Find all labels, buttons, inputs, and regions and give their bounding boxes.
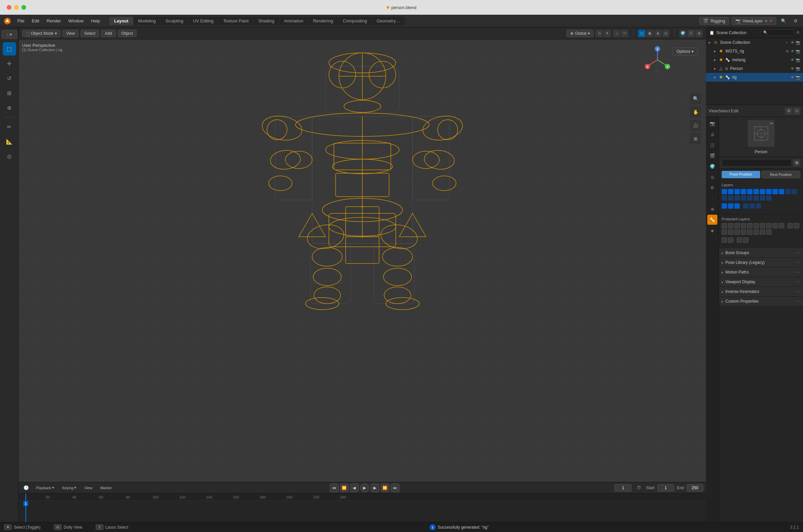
custom-properties-header[interactable]: ▸ Custom Properties ⋯ — [719, 297, 803, 306]
pose-position-btn[interactable]: Pose Position — [722, 171, 760, 178]
object-mode-dropdown[interactable]: ⬚ Object Mode ▾ — [22, 30, 60, 37]
props-data-icon[interactable]: 🦴 — [707, 215, 717, 225]
outliner-filter[interactable]: ⚙ — [796, 31, 800, 35]
props-output-icon[interactable]: 🖨 — [707, 129, 717, 139]
workspace-tab-uv-editing[interactable]: UV Editing — [188, 17, 218, 25]
menu-edit[interactable]: Edit — [29, 17, 42, 25]
player-10[interactable] — [779, 223, 784, 228]
tree-item-scene-collection[interactable]: ▸ ⊙ Scene Collection + 👁 📷 — [706, 38, 803, 47]
camera-btn[interactable]: 🎥 — [690, 120, 701, 131]
props-edit-btn[interactable]: Edit — [730, 106, 740, 116]
blender-logo[interactable] — [3, 16, 12, 26]
layer-2[interactable] — [728, 189, 733, 194]
player-19[interactable] — [760, 229, 765, 235]
rest-position-btn[interactable]: Rest Position — [762, 171, 801, 178]
layer-4[interactable] — [741, 189, 746, 194]
snap-type-btn[interactable]: ▾ — [603, 30, 611, 37]
next-keyframe-btn[interactable]: ⏩ — [381, 483, 390, 492]
layout-1-btn[interactable]: ⊞ — [785, 107, 792, 115]
player-24[interactable] — [743, 238, 748, 243]
search-button[interactable]: 🔍 — [779, 16, 788, 26]
player-16[interactable] — [741, 229, 746, 235]
view-lock-btn[interactable]: 🔍 — [690, 93, 701, 104]
play-btn[interactable]: ▶ — [360, 483, 369, 493]
tool-measure[interactable]: 📐 — [3, 135, 16, 148]
outliner-search[interactable]: 🔍 — [761, 30, 794, 36]
layer-20[interactable] — [766, 195, 771, 201]
player-12[interactable] — [794, 223, 799, 228]
props-view-layer-icon[interactable]: ◫ — [707, 140, 717, 150]
props-physics-icon[interactable]: ⊕ — [707, 204, 717, 214]
layer-15[interactable] — [734, 195, 740, 201]
keyframe-btn[interactable]: ⏱ — [634, 483, 643, 493]
marker-btn[interactable]: Marker — [98, 485, 114, 491]
layer-16[interactable] — [741, 195, 746, 201]
tool-scale[interactable]: ⊞ — [3, 86, 16, 100]
props-render-icon[interactable]: 📷 — [707, 118, 717, 128]
jump-to-start-btn[interactable]: ⏮ — [330, 483, 339, 492]
object-menu-btn[interactable]: Object — [118, 30, 137, 37]
motion-paths-header[interactable]: ▸ Motion Paths ⋯ — [719, 267, 803, 277]
end-frame-input[interactable]: 250 — [687, 484, 703, 492]
bone-groups-header[interactable]: ▸ Bone Groups ⋯ — [719, 248, 803, 258]
snap-magnet-btn[interactable]: ⊙ — [596, 30, 603, 37]
select-menu-btn[interactable]: Select — [81, 30, 99, 37]
layer-6[interactable] — [753, 189, 759, 194]
step-back-btn[interactable]: ◀ — [350, 483, 359, 492]
scene-selector[interactable]: 🎬 Rigging — [699, 17, 729, 25]
player-11[interactable] — [788, 223, 793, 228]
player-20[interactable] — [766, 229, 771, 235]
view-layer-selector[interactable]: 📷 ViewLayer ⧉ ✕ — [732, 17, 776, 25]
props-view-btn[interactable]: View — [709, 106, 718, 116]
tree-item-wgts-rig[interactable]: ▸ ✱ WGTS_rig ⧉ 👁 📷 — [706, 47, 803, 56]
layer-17[interactable] — [747, 195, 752, 201]
player-1[interactable] — [722, 223, 727, 228]
menu-window[interactable]: Window — [65, 17, 87, 25]
prefs-button[interactable]: ⚙ — [791, 16, 800, 26]
keying-menu-btn[interactable]: Keying ▾ — [59, 484, 79, 491]
layer-9[interactable] — [772, 189, 778, 194]
player-13[interactable] — [722, 229, 727, 235]
player-22[interactable] — [728, 238, 733, 243]
menu-render[interactable]: Render — [43, 17, 64, 25]
layer-1[interactable] — [722, 189, 727, 194]
player-8[interactable] — [766, 223, 771, 228]
layer-26[interactable] — [756, 203, 761, 209]
minimize-button[interactable] — [14, 5, 19, 10]
layer-21[interactable] — [722, 203, 727, 209]
props-object-icon[interactable]: ◎ — [707, 172, 717, 182]
player-7[interactable] — [760, 223, 765, 228]
workspace-tab-rendering[interactable]: Rendering — [309, 17, 338, 25]
player-23[interactable] — [737, 238, 742, 243]
layer-8[interactable] — [766, 189, 771, 194]
layer-14[interactable] — [728, 195, 733, 201]
tool-cursor[interactable]: ◎ — [3, 150, 16, 163]
mode-selector[interactable]: ⬚▾ — [2, 30, 17, 39]
layer-23[interactable] — [734, 203, 740, 209]
workspace-tab-geometry[interactable]: Geometry… — [372, 17, 405, 25]
workspace-tab-shading[interactable]: Shading — [254, 17, 279, 25]
workspace-tab-animation[interactable]: Animation — [279, 17, 308, 25]
layer-10[interactable] — [779, 189, 784, 194]
timeline-view-btn[interactable]: View — [82, 485, 95, 491]
tool-select[interactable]: ⬚ — [3, 42, 16, 56]
layer-22[interactable] — [728, 203, 733, 209]
view-menu-btn[interactable]: View — [62, 30, 79, 37]
current-frame[interactable]: 1 — [615, 484, 631, 492]
props-material-icon[interactable]: ◈ — [707, 225, 717, 235]
player-2[interactable] — [728, 223, 733, 228]
start-frame-input[interactable]: 1 — [657, 484, 674, 492]
shade-wire-btn[interactable]: □ — [638, 30, 646, 37]
playback-menu-btn[interactable]: Playback ▾ — [34, 484, 57, 491]
options-button[interactable]: Options ▾ — [672, 48, 698, 56]
player-4[interactable] — [741, 223, 746, 228]
proportional-type-btn[interactable]: 〜 — [621, 30, 628, 37]
layer-13[interactable] — [722, 195, 727, 201]
gizmo-btn[interactable]: ⊕ — [695, 30, 703, 37]
tree-item-metarig[interactable]: ▸ ✱ 🦴 metarig 👁 📷 — [706, 56, 803, 64]
view-btn[interactable]: 🌍 — [679, 30, 687, 37]
menu-help[interactable]: Help — [88, 17, 104, 25]
props-particles-icon[interactable]: · — [707, 193, 717, 203]
tool-rotate[interactable]: ↺ — [3, 72, 16, 85]
tool-annotate[interactable]: ✏ — [3, 120, 16, 133]
